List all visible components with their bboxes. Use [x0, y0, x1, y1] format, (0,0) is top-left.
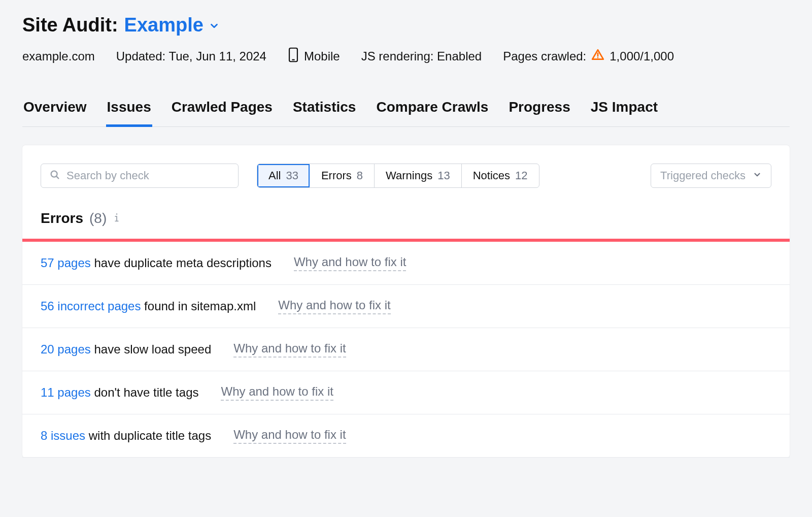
tab-compare-crawls[interactable]: Compare Crawls	[375, 96, 489, 126]
issues-panel: All33Errors8Warnings13Notices12 Triggere…	[22, 145, 790, 458]
issue-text: 57 pages have duplicate meta description…	[41, 256, 272, 270]
issue-row: 11 pages don't have title tagsWhy and ho…	[22, 371, 790, 414]
tab-overview[interactable]: Overview	[22, 96, 88, 126]
chevron-down-icon	[753, 169, 762, 182]
issue-text: 8 issues with duplicate title tags	[41, 429, 211, 443]
project-name: Example	[124, 14, 204, 36]
tab-js-impact[interactable]: JS Impact	[590, 96, 659, 126]
svg-point-3	[597, 57, 598, 58]
issue-text: 20 pages have slow load speed	[41, 342, 211, 357]
project-dropdown[interactable]: Example	[124, 14, 220, 36]
tab-crawled-pages[interactable]: Crawled Pages	[171, 96, 274, 126]
info-icon[interactable]	[113, 210, 121, 227]
tab-progress[interactable]: Progress	[507, 96, 571, 126]
tabs: OverviewIssuesCrawled PagesStatisticsCom…	[22, 96, 790, 127]
warning-icon	[591, 48, 604, 64]
chevron-down-icon	[209, 14, 220, 36]
why-and-how-link[interactable]: Why and how to fix it	[278, 298, 390, 314]
svg-point-6	[116, 213, 118, 215]
svg-line-5	[56, 176, 58, 178]
page-title: Site Audit:	[22, 14, 118, 36]
search-input[interactable]	[66, 169, 230, 182]
issue-count-link[interactable]: 11 pages	[41, 385, 91, 399]
why-and-how-link[interactable]: Why and how to fix it	[233, 428, 346, 444]
meta-row: example.com Updated: Tue, Jun 11, 2024 M…	[22, 47, 790, 66]
pages-crawled: Pages crawled: 1,000/1,000	[503, 48, 674, 64]
issue-count-link[interactable]: 57 pages	[41, 256, 91, 270]
device-label: Mobile	[288, 47, 340, 66]
tab-issues[interactable]: Issues	[106, 96, 152, 126]
issues-list: 57 pages have duplicate meta description…	[22, 242, 790, 458]
issue-row: 20 pages have slow load speedWhy and how…	[22, 328, 790, 371]
why-and-how-link[interactable]: Why and how to fix it	[294, 255, 406, 271]
filter-warnings[interactable]: Warnings13	[375, 164, 462, 187]
search-input-wrap[interactable]	[41, 164, 239, 188]
errors-section-heading: Errors (8)	[22, 188, 790, 239]
filter-segments: All33Errors8Warnings13Notices12	[257, 164, 539, 188]
triggered-checks-dropdown[interactable]: Triggered checks	[651, 164, 771, 188]
updated-label: Updated: Tue, Jun 11, 2024	[116, 49, 266, 63]
issue-count-link[interactable]: 8 issues	[41, 429, 85, 442]
filter-errors[interactable]: Errors8	[310, 164, 375, 187]
pages-crawled-value: 1,000/1,000	[610, 49, 674, 63]
issue-text: 56 incorrect pages found in sitemap.xml	[41, 299, 256, 313]
mobile-icon	[288, 47, 299, 66]
why-and-how-link[interactable]: Why and how to fix it	[221, 384, 333, 401]
issue-row: 57 pages have duplicate meta description…	[22, 242, 790, 285]
js-rendering-label: JS rendering: Enabled	[361, 49, 482, 63]
issue-text: 11 pages don't have title tags	[41, 385, 198, 400]
issue-row: 8 issues with duplicate title tagsWhy an…	[22, 414, 790, 458]
search-icon	[49, 169, 60, 182]
issue-count-link[interactable]: 56 incorrect pages	[41, 299, 141, 313]
tab-statistics[interactable]: Statistics	[292, 96, 357, 126]
issue-count-link[interactable]: 20 pages	[41, 342, 91, 356]
filter-all[interactable]: All33	[257, 164, 310, 187]
filter-notices[interactable]: Notices12	[462, 164, 539, 187]
domain-label: example.com	[22, 49, 95, 63]
page-title-row: Site Audit: Example	[22, 14, 790, 36]
issue-row: 56 incorrect pages found in sitemap.xmlW…	[22, 285, 790, 328]
why-and-how-link[interactable]: Why and how to fix it	[233, 341, 346, 358]
